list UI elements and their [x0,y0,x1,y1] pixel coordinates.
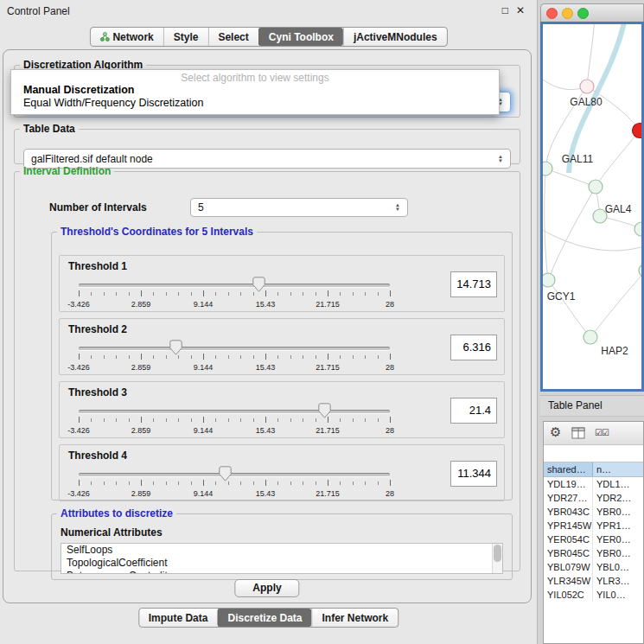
attribute-list-item[interactable]: SelfLoops [61,544,502,557]
threshold-panel: Threshold 3-3.4262.8599.14415.4321.71528… [59,381,505,438]
network-node[interactable] [639,264,641,277]
tab-label: Network [112,31,153,43]
slider-thumb[interactable] [169,340,182,355]
slider-tick-label: 9.144 [194,426,214,435]
table-cell: YIL052C [544,588,593,602]
threshold-value-field[interactable]: 21.4 [450,398,497,424]
threshold-slider[interactable]: -3.4262.8599.14415.4321.71528 [79,276,390,312]
zoom-traffic-light-icon[interactable] [577,8,589,19]
tab-label: Infer Network [322,612,389,624]
slider-tick-label: 28 [386,489,394,498]
numerical-attributes-label: Numerical Attributes [61,526,163,539]
attribute-list[interactable]: SelfLoopsTopologicalCoefficientBetweenne… [61,543,503,574]
slider-track[interactable] [79,473,390,476]
network-node[interactable] [589,180,603,194]
threshold-label: Threshold 2 [68,323,127,335]
slider-track[interactable] [79,284,390,287]
tab-impute-data[interactable]: Impute Data [139,609,218,627]
network-node-label: HAP2 [601,345,628,357]
slider-thumb[interactable] [252,277,265,292]
slider-tick-label: 2.859 [131,426,151,435]
network-node[interactable] [580,80,594,93]
threshold-slider[interactable]: -3.4262.8599.14415.4321.71528 [79,339,390,375]
table-cell: YBR0… [593,546,643,560]
table-row[interactable]: YBR043CYBR0… [544,505,643,519]
threshold-slider[interactable]: -3.4262.8599.14415.4321.71528 [79,465,390,501]
algorithm-option-equal-width-frequency-discretization[interactable]: Equal Width/Frequency Discretization [11,97,499,110]
bottom-tab-bar: Impute DataDiscretize DataInfer Network [138,608,399,628]
network-node-label: GAL11 [562,153,594,165]
apply-button[interactable]: Apply [234,579,299,597]
network-node[interactable] [633,124,642,138]
table-cell: YDR27… [544,491,593,505]
number-of-intervals-select[interactable]: 5 ▲▼ [190,198,408,217]
table-row[interactable]: YBL079WYBL0… [544,560,643,574]
tab-discretize-data[interactable]: Discretize Data [217,609,311,627]
close-traffic-light-icon[interactable] [546,8,558,19]
slider-ticks [79,480,390,488]
table-data-select-value: galFiltered.sif default node [31,153,153,165]
select-columns-icon[interactable]: ☑☑ [595,428,609,437]
group-title: Interval Definition [20,165,114,177]
slider-ticks [79,354,390,361]
table-cell: YBR043C [544,505,593,519]
table-column-header[interactable]: n… [593,462,643,476]
table-row[interactable]: YIL052CYIL0… [544,588,643,602]
table-row[interactable]: YBR045CYBR0… [544,546,643,560]
close-icon[interactable]: ✕ [516,4,525,16]
tab-network[interactable]: Network [90,28,163,46]
tab-infer-network[interactable]: Infer Network [312,609,399,627]
table-cell: YLR3… [593,574,643,588]
table-row[interactable]: YPR145WYPR1… [544,519,643,532]
slider-thumb[interactable] [219,466,232,481]
tab-style[interactable]: Style [163,28,208,46]
algorithm-option-manual-discretization[interactable]: Manual Discretization [11,84,499,97]
table-column-header[interactable]: shared… [544,462,593,476]
threshold-slider[interactable]: -3.4262.8599.14415.4321.71528 [79,402,390,438]
gear-icon[interactable]: ⚙ [550,424,561,440]
attribute-list-item[interactable]: TopologicalCoefficient [61,557,502,570]
tab-cyni-toolbox[interactable]: Cyni Toolbox [258,28,343,46]
attributes-group: Attributes to discretize Numerical Attri… [51,507,513,580]
slider-tick-label: 15.43 [256,300,276,309]
slider-tick-label: 9.144 [194,489,214,498]
slider-thumb[interactable] [318,403,331,418]
scrollbar[interactable] [492,544,502,573]
threshold-value-field[interactable]: 6.316 [450,335,497,360]
network-node[interactable] [634,222,641,236]
scrollbar-thumb[interactable] [494,545,501,562]
slider-track[interactable] [79,410,390,413]
float-window-icon[interactable]: □ [502,4,508,16]
tab-jactivemnodules[interactable]: jActiveMNodules [343,28,447,46]
slider-ticks [79,417,390,424]
slider-tick-label: 9.144 [194,363,214,372]
tab-select[interactable]: Select [207,28,258,46]
minimize-traffic-light-icon[interactable] [562,8,573,19]
threshold-value-field[interactable]: 14.713 [450,271,497,297]
network-node[interactable] [543,273,555,287]
slider-tick-label: -3.426 [67,300,90,309]
slider-tick-label: 15.43 [256,363,276,372]
table-cell: YDR2… [593,491,643,505]
table-row[interactable]: YDL19…YDL1… [544,477,643,491]
threshold-label: Threshold 1 [68,260,127,272]
table-row[interactable]: YDR27…YDR2… [544,491,643,505]
slider-track[interactable] [79,347,390,350]
network-node[interactable] [543,162,552,175]
slider-tick-label: 15.43 [256,489,276,498]
table-cell: YBR045C [544,546,593,560]
table-row[interactable]: YLR345WYLR3… [544,574,643,588]
attribute-list-item[interactable]: BetweennessCentrality [61,570,502,574]
threshold-label: Threshold 4 [68,450,127,462]
table-panel-window: ⚙ ☑☑ shared…n… YDL19…YDL1…YDR27…YDR2…YBR… [543,421,644,644]
slider-tick-label: -3.426 [67,489,90,498]
threshold-value-field[interactable]: 11.344 [450,461,497,487]
top-tab-bar: NetworkStyleSelectCyni ToolboxjActiveMNo… [89,27,447,47]
network-canvas[interactable]: GAL80GAL11GAL4GCY1HAP2 [540,22,644,392]
table-cell: YLR345W [544,574,593,588]
network-node[interactable] [583,330,597,344]
columns-icon[interactable] [571,427,585,443]
network-node-label: GAL80 [570,96,603,108]
table-toolbar: ⚙ ☑☑ [544,422,643,445]
table-row[interactable]: YER054CYER0… [544,532,643,546]
